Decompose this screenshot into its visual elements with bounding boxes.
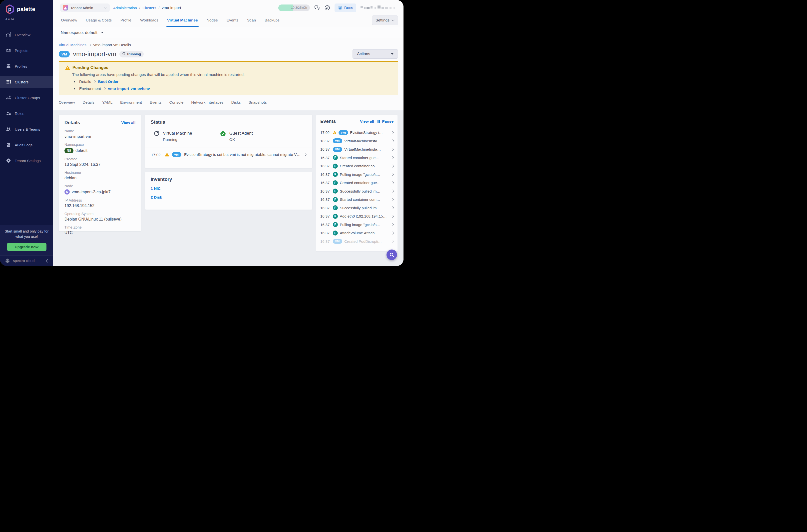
chevron-right-icon[interactable] <box>391 156 394 159</box>
event-row[interactable]: 16:37VMICreated PodDisrupti… <box>320 237 394 246</box>
tenant-selector[interactable]: Tenant Admin <box>60 3 110 12</box>
vm-tab-yaml[interactable]: YAML <box>102 100 112 104</box>
chevron-right-icon[interactable] <box>391 207 394 209</box>
sidebar-item-cluster-groups[interactable]: Cluster Groups <box>0 91 53 104</box>
event-text: EvictionStrategy is set but vmi is not m… <box>184 152 301 157</box>
vmi-badge: VMI <box>333 147 342 152</box>
sidebar-item-audit-logs[interactable]: Audit Logs <box>0 139 53 151</box>
chat-button[interactable] <box>314 5 320 11</box>
breadcrumb-clusters[interactable]: Clusters <box>143 6 156 10</box>
vm-breadcrumb-parent[interactable]: Virtual Machines <box>59 43 87 47</box>
field-value: vmo-import-vm <box>64 134 135 139</box>
refresh-icon <box>154 131 159 137</box>
tab-events[interactable]: Events <box>226 14 239 27</box>
details-view-all-link[interactable]: View all <box>121 120 135 125</box>
vm-tab-events[interactable]: Events <box>150 100 162 104</box>
vm-tab-overview[interactable]: Overview <box>59 100 75 104</box>
sidebar-item-profiles[interactable]: Profiles <box>0 60 53 72</box>
tab-profile[interactable]: Profile <box>120 14 132 27</box>
tab-scan[interactable]: Scan <box>247 14 256 27</box>
pending-changes-message: The following areas have pending changes… <box>72 72 392 77</box>
tab-overview[interactable]: Overview <box>61 14 77 27</box>
status-name: Virtual Machine <box>163 131 192 136</box>
search-fab-button[interactable] <box>387 249 397 260</box>
chevron-right-icon[interactable] <box>391 190 394 193</box>
chevron-right-icon[interactable] <box>391 223 394 226</box>
sidebar-item-roles[interactable]: Roles <box>0 107 53 120</box>
event-row[interactable]: 16:37PCreated container co… <box>320 162 394 170</box>
namespace-dropdown-icon[interactable] <box>101 32 104 33</box>
events-pause-button[interactable]: Pause <box>377 119 394 124</box>
warning-icon <box>333 131 337 134</box>
tour-button[interactable] <box>324 5 330 11</box>
chevron-right-icon[interactable] <box>391 165 394 167</box>
vm-tab-details[interactable]: Details <box>83 100 94 104</box>
event-row[interactable]: 16:37PSuccessfully pulled im… <box>320 204 394 212</box>
sidebar-item-tenant-settings[interactable]: Tenant Settings <box>0 154 53 167</box>
redacted-user-info <box>360 5 398 11</box>
chevron-right-icon[interactable] <box>391 131 394 134</box>
tab-usage-costs[interactable]: Usage & Costs <box>86 14 112 27</box>
chevron-right-icon[interactable] <box>391 198 394 201</box>
sidebar: p palette 4.4.14 Overview Projects Profi… <box>0 0 53 266</box>
event-row[interactable]: 16:37PStarted container com… <box>320 195 394 204</box>
chevron-right-icon[interactable] <box>304 153 306 156</box>
docs-button[interactable]: Docs <box>335 3 356 12</box>
sidebar-item-overview[interactable]: Overview <box>0 28 53 41</box>
event-row[interactable]: 17:02 VMI EvictionStrategy i… <box>320 128 394 137</box>
sidebar-item-users-teams[interactable]: Users & Teams <box>0 123 53 135</box>
event-row[interactable]: 16:37PAttachVolume.Attach … <box>320 229 394 237</box>
tab-nodes[interactable]: Nodes <box>206 14 218 27</box>
pending-item-boot-order-link[interactable]: Boot Order <box>98 79 118 84</box>
upgrade-now-button[interactable]: Upgrade now <box>7 243 46 251</box>
tab-virtual-machines[interactable]: Virtual Machines <box>167 14 198 27</box>
sidebar-item-clusters[interactable]: Clusters <box>0 76 53 88</box>
sidebar-item-projects[interactable]: Projects <box>0 44 53 57</box>
nic-link[interactable]: 1 NIC <box>151 186 306 191</box>
field-label: Created <box>64 157 135 161</box>
actions-button[interactable]: Actions <box>353 49 398 59</box>
vmi-badge: VMI <box>339 130 348 135</box>
breadcrumb-administration[interactable]: Administration <box>113 6 137 10</box>
disk-link[interactable]: 2 Disk <box>151 195 306 200</box>
chevron-right-icon[interactable] <box>391 148 394 151</box>
sidebar-item-label: Clusters <box>15 80 29 84</box>
tab-backups[interactable]: Backups <box>264 14 280 27</box>
chevron-right-icon[interactable] <box>391 140 394 142</box>
pod-badge: P <box>333 180 338 185</box>
event-row[interactable]: 16:37PStarted container gue… <box>320 154 394 162</box>
event-row[interactable]: 16:37PCreated container gue… <box>320 178 394 187</box>
chevron-right-icon[interactable] <box>391 231 394 234</box>
pending-item-ovfenv-link[interactable]: vmo-import-vm-ovfenv <box>108 87 150 91</box>
vm-tab-disks[interactable]: Disks <box>231 100 241 104</box>
event-text: AttachVolume.Attach … <box>340 231 390 235</box>
vm-tab-environment[interactable]: Environment <box>120 100 142 104</box>
status-event-row[interactable]: 17:02 VMI EvictionStrategy is set but vm… <box>151 148 306 157</box>
chevron-right-icon[interactable] <box>391 240 394 243</box>
users-icon <box>6 127 11 132</box>
field-value: 192.168.194.152 <box>64 204 135 208</box>
event-row[interactable]: 16:37PPulling image "gcr.io/s… <box>320 170 394 179</box>
event-row[interactable]: 16:37PAdd eth0 [192.168.194.15… <box>320 212 394 221</box>
collapse-sidebar-icon[interactable] <box>46 259 49 263</box>
event-time: 16:37 <box>320 214 331 218</box>
chevron-right-icon[interactable] <box>391 173 394 176</box>
vm-tab-console[interactable]: Console <box>169 100 183 104</box>
chevron-right-icon[interactable] <box>391 215 394 217</box>
cluster-tabs: Overview Usage & Costs Profile Workloads… <box>53 14 404 27</box>
events-view-all-link[interactable]: View all <box>360 119 374 124</box>
vm-tab-snapshots[interactable]: Snapshots <box>248 100 267 104</box>
chevron-right-icon[interactable] <box>391 181 394 184</box>
palette-logo-icon: p <box>5 4 15 15</box>
pod-badge: P <box>333 230 338 235</box>
event-row[interactable]: 16:37PPulling image "gcr.io/s… <box>320 221 394 229</box>
settings-button[interactable]: Settings <box>372 16 398 25</box>
event-row[interactable]: 16:37PSuccessfully pulled im… <box>320 187 394 195</box>
field-value: UTC <box>64 230 135 235</box>
event-time: 16:37 <box>320 180 331 185</box>
field-label: Time Zone <box>64 225 135 229</box>
event-row[interactable]: 16:37VMIVirtualMachineInsta… <box>320 145 394 154</box>
tab-workloads[interactable]: Workloads <box>140 14 159 27</box>
vm-tab-network-interfaces[interactable]: Network Interfaces <box>191 100 223 104</box>
event-row[interactable]: 16:37VMIVirtualMachineInsta… <box>320 137 394 145</box>
